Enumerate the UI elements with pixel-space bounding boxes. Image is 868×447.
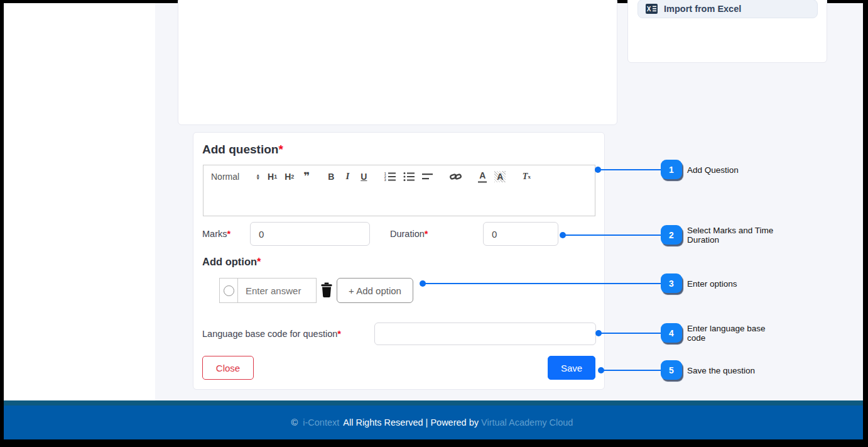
- required-asterisk: *: [278, 143, 283, 156]
- annotation-label-5: Save the question: [687, 366, 781, 375]
- option-row: [219, 278, 317, 303]
- language-code-label: Language base code for question*: [202, 329, 341, 339]
- annotation-badge-5: 5: [661, 360, 682, 380]
- answer-input[interactable]: [238, 279, 316, 302]
- sidebar: [4, 3, 155, 400]
- add-option-title: Add option*: [202, 256, 261, 268]
- import-from-excel-label: Import from Excel: [664, 4, 741, 14]
- text-color-button[interactable]: A: [478, 170, 487, 183]
- format-select[interactable]: Normal: [211, 169, 239, 184]
- align-icon[interactable]: [422, 169, 433, 184]
- import-panel: X Import from Excel: [627, 0, 827, 63]
- question-editor-area[interactable]: [203, 187, 595, 216]
- import-from-excel-button[interactable]: X Import from Excel: [637, 0, 818, 18]
- connector-line-5: [600, 370, 661, 371]
- bullet-list-icon[interactable]: [403, 169, 415, 184]
- header1-button[interactable]: H1: [268, 169, 277, 184]
- content-card: [178, 0, 617, 125]
- background-color-button[interactable]: A: [494, 169, 506, 184]
- annotation-badge-1: 1: [661, 160, 682, 179]
- footer: © i-Context All Rights Reserved | Powere…: [4, 406, 863, 439]
- connector-line-1: [597, 169, 661, 170]
- italic-button[interactable]: I: [343, 169, 352, 184]
- connector-line-3: [422, 283, 661, 284]
- blockquote-button[interactable]: ❞: [301, 169, 310, 184]
- connector-line-4: [598, 333, 661, 334]
- annotation-badge-4: 4: [661, 323, 682, 343]
- add-question-form: Add question* Normal ▲▼ H1 H2 ❞ B I U 12…: [193, 132, 605, 390]
- format-select-chevrons-icon[interactable]: ▲▼: [256, 174, 260, 180]
- svg-text:3: 3: [384, 179, 386, 182]
- excel-file-icon: X: [646, 3, 658, 14]
- annotation-label-4: Enter language base code: [687, 324, 781, 343]
- bold-button[interactable]: B: [327, 169, 335, 184]
- option-radio[interactable]: [220, 279, 238, 302]
- annotation-label-1: Add Question: [687, 165, 781, 175]
- duration-input[interactable]: [483, 222, 558, 246]
- save-button[interactable]: Save: [548, 356, 595, 380]
- copyright-symbol: ©: [291, 417, 298, 428]
- annotation-badge-2: 2: [661, 225, 682, 245]
- marks-input[interactable]: [250, 222, 370, 246]
- delete-option-icon[interactable]: [320, 282, 333, 297]
- svg-text:X: X: [647, 6, 651, 13]
- form-title: Add question*: [202, 143, 283, 157]
- rich-text-toolbar: Normal ▲▼ H1 H2 ❞ B I U 123 A: [203, 165, 595, 188]
- footer-top-strip: [4, 400, 863, 406]
- duration-label: Duration*: [390, 229, 428, 239]
- underline-button[interactable]: U: [359, 169, 368, 184]
- connector-line-2: [562, 235, 661, 236]
- header2-button[interactable]: H2: [285, 169, 294, 184]
- annotation-label-2: Select Marks and Time Duration: [687, 226, 781, 245]
- link-icon[interactable]: [450, 169, 462, 184]
- footer-powered-by-link[interactable]: Virtual Academy Cloud: [481, 417, 573, 428]
- screenshot-frame: X Import from Excel Add question* Normal…: [0, 0, 868, 447]
- annotation-badge-3: 3: [661, 273, 682, 293]
- language-code-input[interactable]: [374, 323, 596, 345]
- ordered-list-icon[interactable]: 123: [384, 169, 396, 184]
- marks-label: Marks*: [202, 229, 231, 239]
- annotation-label-3: Enter options: [687, 279, 781, 289]
- radio-circle-icon: [224, 285, 234, 296]
- clear-formatting-button[interactable]: Tx: [522, 169, 531, 184]
- add-option-button[interactable]: + Add option: [337, 278, 413, 303]
- footer-text: All Rights Reserved | Powered by: [343, 417, 479, 428]
- close-button[interactable]: Close: [202, 356, 254, 380]
- footer-brand-link[interactable]: i-Context: [303, 417, 339, 428]
